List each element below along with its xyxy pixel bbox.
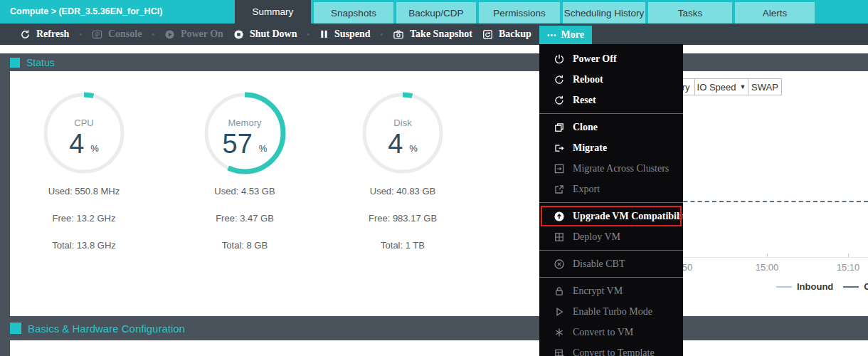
top-tab-bar: Compute > (EDR_3.5.36EN_for_HCI) Summary… xyxy=(0,0,868,23)
chart-legend: Inbound Outbound xyxy=(776,281,868,292)
menu-item-reset[interactable]: Reset xyxy=(539,90,683,110)
ellipsis-icon: ••• xyxy=(547,31,557,39)
io-speed-metric-button[interactable]: IO Speed▼ xyxy=(694,78,748,95)
menu-item-deploy-vm[interactable]: Deploy VM xyxy=(539,226,683,247)
menu-divider xyxy=(539,277,683,278)
console-button[interactable]: @ Console xyxy=(92,28,142,40)
menu-item-reboot[interactable]: Reboot xyxy=(539,69,683,90)
menu-item-encrypt-vm[interactable]: Encrypt VM xyxy=(539,281,683,301)
tab-backup-cdp[interactable]: Backup/CDP xyxy=(396,2,476,23)
menu-divider xyxy=(539,250,683,251)
power-icon xyxy=(554,53,565,65)
menu-divider xyxy=(539,202,683,203)
disk-free: Free: 983.17 GB xyxy=(353,213,452,224)
power-on-button[interactable]: Power On xyxy=(164,28,223,40)
section-marker-icon xyxy=(10,323,21,334)
status-panel: CPU 4% Used: 550.8 MHz Free: 13.2 GHz To… xyxy=(10,71,868,311)
cpu-total: Total: 13.8 GHz xyxy=(34,240,134,251)
tab-alerts[interactable]: Alerts xyxy=(735,2,815,23)
refresh-icon xyxy=(20,29,31,40)
backup-button[interactable]: Backup xyxy=(482,28,531,40)
gauge-unit: % xyxy=(90,143,99,154)
menu-divider xyxy=(539,113,683,114)
convert-to-vm-icon xyxy=(554,327,565,338)
inbound-line-icon xyxy=(776,286,792,288)
console-icon: @ xyxy=(92,29,102,40)
tab-summary[interactable]: Summary xyxy=(235,0,311,23)
gauge-value: 4 xyxy=(388,130,403,158)
cpu-free: Free: 13.2 GHz xyxy=(34,213,134,224)
menu-item-upgrade-vm-compatibility[interactable]: Upgrade VM Compatibility xyxy=(541,206,682,226)
menu-item-migrate-across-clusters[interactable]: Migrate Across Clusters xyxy=(539,158,683,179)
outbound-series-line xyxy=(669,201,868,202)
tab-snapshots[interactable]: Snapshots xyxy=(314,2,393,23)
x-tick-1500: 15:00 xyxy=(746,262,788,273)
vm-action-toolbar: Refresh • @ Console • Power On Shut Down… xyxy=(0,23,868,45)
chevron-down-icon: ▼ xyxy=(740,83,746,90)
camera-icon xyxy=(393,29,404,40)
gauge-value: 57 xyxy=(223,130,253,158)
cpu-used: Used: 550.8 MHz xyxy=(34,186,134,197)
tab-tasks[interactable]: Tasks xyxy=(648,2,732,23)
chart-x-axis xyxy=(669,257,868,258)
migrate-across-clusters-icon xyxy=(554,163,565,174)
legend-inbound[interactable]: Inbound xyxy=(776,281,833,292)
menu-item-convert-to-template[interactable]: Convert to Template xyxy=(539,342,683,356)
more-button[interactable]: ••• More xyxy=(539,26,592,44)
disk-total: Total: 1 TB xyxy=(353,240,452,251)
gauge-label: Memory xyxy=(195,117,295,128)
gauge-unit: % xyxy=(259,143,268,154)
tab-strip: Summary Snapshots Backup/CDP Permissions… xyxy=(235,0,817,23)
shut-down-button[interactable]: Shut Down xyxy=(233,28,297,40)
svg-text:@: @ xyxy=(95,31,100,38)
section-marker-icon xyxy=(10,58,20,68)
gauge-unit: % xyxy=(409,143,418,154)
memory-free: Free: 3.47 GB xyxy=(195,213,295,224)
gauge-label: CPU xyxy=(34,117,134,128)
outbound-line-icon xyxy=(843,286,859,288)
swap-metric-button[interactable]: SWAP xyxy=(748,78,782,95)
lock-icon xyxy=(554,286,565,297)
menu-item-clone[interactable]: Clone xyxy=(539,117,683,137)
clone-icon xyxy=(554,122,565,133)
x-tick-1510: 15:10 xyxy=(827,262,868,273)
disable-cbt-icon xyxy=(554,258,565,270)
more-dropdown-menu: Power Off Reboot Reset Clone Migrate Mig… xyxy=(539,44,683,356)
migrate-icon xyxy=(554,142,565,154)
legend-outbound[interactable]: Outbound xyxy=(843,281,868,292)
reset-icon xyxy=(554,95,565,106)
page-left-margin xyxy=(0,53,10,356)
backup-icon xyxy=(482,29,493,40)
refresh-button[interactable]: Refresh xyxy=(20,28,69,40)
menu-item-convert-to-vm[interactable]: Convert to VM xyxy=(539,322,683,342)
disk-used: Used: 40.83 GB xyxy=(353,186,452,197)
gauge-value: 4 xyxy=(69,130,84,158)
menu-item-export[interactable]: Export xyxy=(539,179,683,199)
cpu-gauge: CPU 4% Used: 550.8 MHz Free: 13.2 GHz To… xyxy=(34,90,134,267)
tab-scheduling-history[interactable]: Scheduling History xyxy=(563,2,645,23)
menu-item-disable-cbt[interactable]: Disable CBT xyxy=(539,253,683,274)
deploy-vm-icon xyxy=(554,231,565,243)
gauge-label: Disk xyxy=(353,117,452,128)
disk-gauge: Disk 4% Used: 40.83 GB Free: 983.17 GB T… xyxy=(353,90,452,267)
menu-item-migrate[interactable]: Migrate xyxy=(539,137,683,158)
reboot-icon xyxy=(554,74,565,85)
play-outline-icon xyxy=(554,306,565,318)
breadcrumb: Compute > (EDR_3.5.36EN_for_HCI) xyxy=(10,6,162,16)
convert-to-template-icon xyxy=(554,347,565,356)
menu-item-enable-turbo-mode[interactable]: Enable Turbo Mode xyxy=(539,301,683,322)
stop-circle-icon xyxy=(233,29,244,40)
memory-gauge: Memory 57% Used: 4.53 GB Free: 3.47 GB T… xyxy=(195,90,295,267)
menu-item-power-off[interactable]: Power Off xyxy=(539,48,683,69)
memory-used: Used: 4.53 GB xyxy=(195,186,295,197)
memory-total: Total: 8 GB xyxy=(195,240,295,251)
suspend-button[interactable]: Suspend xyxy=(319,28,371,40)
tab-permissions[interactable]: Permissions xyxy=(479,2,560,23)
status-section-header: Status xyxy=(0,53,868,71)
take-snapshot-button[interactable]: Take Snapshot xyxy=(393,28,472,40)
status-section-title: Status xyxy=(26,57,55,68)
pause-icon xyxy=(319,29,329,39)
basics-section-header: Basics & Hardware Configuration xyxy=(0,316,868,340)
play-circle-icon xyxy=(164,29,175,40)
upgrade-vm-compatibility-icon xyxy=(554,211,565,222)
